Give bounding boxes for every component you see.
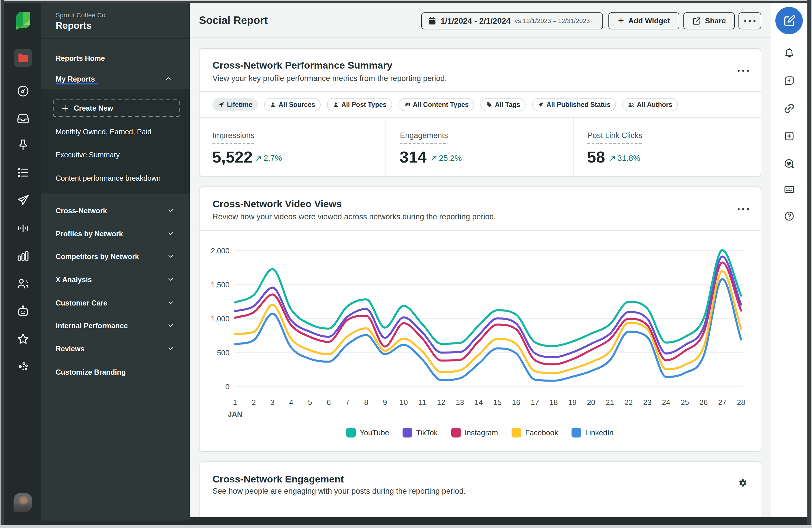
svg-text:13: 13: [456, 398, 464, 407]
svg-text:500: 500: [217, 349, 230, 357]
svg-text:JAN: JAN: [228, 410, 242, 418]
svg-text:10: 10: [400, 398, 408, 407]
svg-text:11: 11: [419, 398, 426, 407]
svg-text:28: 28: [737, 398, 745, 407]
svg-text:16: 16: [512, 398, 521, 407]
svg-text:21: 21: [606, 398, 614, 407]
svg-text:20: 20: [587, 398, 595, 407]
svg-text:7: 7: [346, 398, 349, 407]
svg-text:1,000: 1,000: [211, 314, 230, 323]
svg-text:3: 3: [271, 398, 275, 407]
svg-text:2: 2: [252, 398, 256, 407]
svg-text:6: 6: [327, 398, 331, 407]
svg-text:1: 1: [233, 398, 237, 407]
svg-text:19: 19: [568, 398, 577, 407]
svg-text:26: 26: [699, 398, 708, 407]
svg-text:8: 8: [364, 398, 368, 407]
svg-text:23: 23: [643, 398, 652, 407]
svg-text:0: 0: [226, 382, 230, 391]
svg-text:27: 27: [718, 398, 727, 407]
svg-text:9: 9: [383, 398, 387, 407]
svg-text:22: 22: [625, 398, 633, 407]
svg-text:18: 18: [550, 398, 558, 407]
svg-text:2,000: 2,000: [211, 246, 230, 255]
svg-text:4: 4: [289, 398, 293, 407]
svg-text:17: 17: [531, 398, 539, 407]
svg-text:14: 14: [475, 398, 483, 407]
svg-text:1,500: 1,500: [211, 280, 230, 289]
svg-text:12: 12: [437, 398, 446, 407]
svg-text:24: 24: [662, 398, 670, 407]
svg-text:25: 25: [681, 398, 689, 407]
svg-text:15: 15: [493, 398, 502, 407]
svg-text:5: 5: [308, 398, 312, 407]
